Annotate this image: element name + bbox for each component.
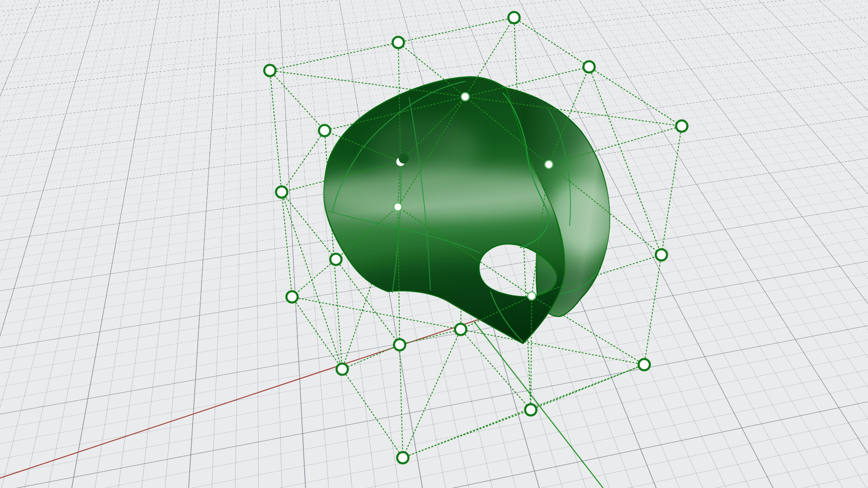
control-point-h15[interactable] (639, 359, 650, 371)
control-point-w3[interactable] (545, 160, 553, 169)
control-point-h9[interactable] (287, 291, 298, 303)
cage-edge (398, 18, 514, 42)
control-point-h8[interactable] (330, 254, 342, 265)
y-axis-line (474, 321, 603, 488)
control-point-h14[interactable] (525, 404, 537, 416)
cage-edge (514, 18, 589, 67)
cage-edge (270, 42, 398, 70)
control-point-h7[interactable] (276, 187, 288, 198)
control-point-h2[interactable] (393, 37, 404, 48)
cage-edge (282, 131, 325, 192)
cage-edge (270, 70, 282, 192)
cage-edge (531, 365, 644, 410)
cage-edge (461, 329, 644, 365)
control-point-w4[interactable] (394, 203, 402, 211)
x-axis-line (0, 319, 481, 478)
model-overlay (0, 0, 868, 488)
control-point-h11[interactable] (455, 324, 467, 335)
control-point-h10[interactable] (394, 339, 406, 351)
cage-edge (644, 255, 661, 365)
control-point-occluder (399, 154, 409, 164)
control-point-h4[interactable] (584, 61, 595, 73)
control-point-h5[interactable] (676, 121, 688, 132)
control-point-w1[interactable] (461, 93, 469, 101)
control-point-h1[interactable] (264, 65, 276, 76)
cage-edge (589, 67, 682, 126)
control-point-h12[interactable] (337, 364, 348, 375)
cage-edge (270, 70, 325, 131)
cage-edge (661, 126, 682, 255)
viewport-3d[interactable] (0, 0, 868, 488)
control-point-h16[interactable] (656, 249, 667, 261)
cage-edge (292, 297, 461, 329)
control-point-w5[interactable] (528, 292, 536, 300)
cage-edge (400, 345, 403, 458)
cage-edge (282, 192, 292, 297)
cage-edge (292, 297, 342, 369)
control-point-h13[interactable] (397, 452, 409, 464)
cage-edge (342, 369, 403, 458)
control-point-h3[interactable] (509, 12, 520, 23)
control-point-h6[interactable] (319, 125, 330, 136)
cage-edge (292, 259, 336, 297)
